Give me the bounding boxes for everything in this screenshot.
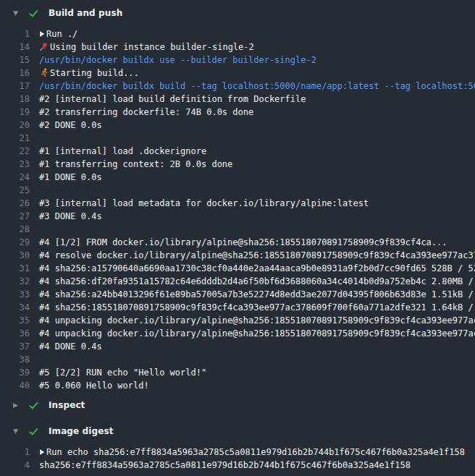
log-text-content: #5 [2/2] RUN echo "Hello world!" xyxy=(39,367,206,378)
line-number[interactable]: 32 xyxy=(0,275,30,288)
line-number[interactable]: 17 xyxy=(0,80,30,93)
line-number[interactable]: 38 xyxy=(0,353,30,366)
log-text: #1 [internal] load .dockerignore xyxy=(39,146,206,156)
line-number[interactable]: 4 xyxy=(0,459,30,472)
section-header-inspect[interactable]: ▶Inspect xyxy=(0,392,475,418)
log-text: Run ./ xyxy=(39,29,77,39)
line-number[interactable]: 34 xyxy=(0,301,30,314)
section-image-digest: ▼Image digest1Run echo sha256:e7ff8834a5… xyxy=(0,418,475,472)
log-text-content: Run ./ xyxy=(46,29,77,39)
success-check-icon xyxy=(28,426,39,437)
log-text: #2 DONE 0.0s xyxy=(39,120,102,130)
line-number[interactable]: 24 xyxy=(0,171,30,184)
chevron-down-icon[interactable]: ▼ xyxy=(13,428,21,435)
log-text-content: #3 [internal] load metadata for docker.i… xyxy=(39,198,369,208)
line-number[interactable]: 29 xyxy=(0,236,30,249)
log-text-command: /usr/bin/docker buildx use --builder bui… xyxy=(39,55,316,65)
log-line: 35#4 unpacking docker.io/library/alpine@… xyxy=(0,314,475,327)
log-text: #4 sha256:df20fa9351a15782c64e6dddb2d4a6… xyxy=(39,276,475,286)
log-text-content: #4 sha256:a15790640a6690aa1730c38cf0a440… xyxy=(39,263,475,273)
log-line: 18#2 [internal] load build definition fr… xyxy=(0,93,475,106)
log-text-content: #4 unpacking docker.io/library/alpine@sh… xyxy=(39,315,475,326)
log-text: sha256:e7ff8834a5963a2785c5a0811e979d16b… xyxy=(39,460,411,470)
log-text: #4 [1/2] FROM docker.io/library/alpine@s… xyxy=(39,237,447,247)
log-line: 19#2 transferring dockerfile: 74B 0.0s d… xyxy=(0,106,475,119)
log-lines-image-digest: 1Run echo sha256:e7ff8834a5963a2785c5a08… xyxy=(0,444,475,472)
log-line: 39#5 [2/2] RUN echo "Hello world!" xyxy=(0,366,475,379)
log-line: 28 xyxy=(0,223,475,236)
log-text: Starting build... xyxy=(39,68,139,78)
line-number[interactable]: 26 xyxy=(0,197,30,210)
line-number[interactable]: 1 xyxy=(0,27,30,41)
log-text: #4 sha256:a15790640a6690aa1730c38cf0a440… xyxy=(39,263,475,273)
log-line: 22#1 [internal] load .dockerignore xyxy=(0,145,475,158)
line-number[interactable]: 33 xyxy=(0,288,30,301)
log-text-content: /usr/bin/docker buildx build --tag local… xyxy=(39,81,475,91)
line-number[interactable]: 28 xyxy=(0,223,30,236)
run-toggle-icon[interactable] xyxy=(39,27,46,41)
line-number[interactable]: 40 xyxy=(0,379,30,392)
log-line: 30#4 resolve docker.io/library/alpine@sh… xyxy=(0,249,475,262)
line-number[interactable]: 23 xyxy=(0,158,30,171)
log-line: 29#4 [1/2] FROM docker.io/library/alpine… xyxy=(0,236,475,249)
log-text: #5 [2/2] RUN echo "Hello world!" xyxy=(39,367,206,378)
log-line: 40#5 0.060 Hello world! xyxy=(0,379,475,392)
log-text: #1 DONE 0.0s xyxy=(39,172,102,182)
section-title: Inspect xyxy=(49,400,85,410)
line-number[interactable]: 22 xyxy=(0,145,30,158)
line-number[interactable]: 16 xyxy=(0,67,30,80)
log-text-content: #1 [internal] load .dockerignore xyxy=(39,146,206,156)
log-line: 14Using builder instance builder-single-… xyxy=(0,41,475,54)
chevron-right-icon[interactable]: ▶ xyxy=(13,402,21,409)
section-header-build-and-push[interactable]: ▼Build and push xyxy=(0,0,475,26)
log-text-content: #2 transferring dockerfile: 74B 0.0s don… xyxy=(39,107,253,117)
log-line: 1Run echo sha256:e7ff8834a5963a2785c5a08… xyxy=(0,446,475,459)
workflow-log-viewer: ▼Build and push1Run ./14Using builder in… xyxy=(0,0,475,472)
line-number[interactable]: 1 xyxy=(0,446,30,459)
line-number[interactable]: 35 xyxy=(0,314,30,327)
line-number[interactable]: 18 xyxy=(0,93,30,106)
log-line: 4sha256:e7ff8834a5963a2785c5a0811e979d16… xyxy=(0,459,475,472)
log-line: 20#2 DONE 0.0s xyxy=(0,119,475,132)
log-text-content: #4 sha256:185518070891758909c9f839cf4ca3… xyxy=(39,302,475,313)
log-line: 34#4 sha256:185518070891758909c9f839cf4c… xyxy=(0,301,475,314)
line-number[interactable]: 37 xyxy=(0,340,30,353)
line-number[interactable]: 15 xyxy=(0,54,30,67)
pushpin-icon xyxy=(39,41,50,54)
line-number[interactable]: 36 xyxy=(0,327,30,340)
log-text-content: sha256:e7ff8834a5963a2785c5a0811e979d16b… xyxy=(39,460,411,470)
log-text-content: #4 [1/2] FROM docker.io/library/alpine@s… xyxy=(39,237,447,247)
log-text-content: #4 sha256:a24bb4013296f61e89ba57005a7b3e… xyxy=(39,289,475,299)
log-text-content: Using builder instance builder-single-2 xyxy=(50,42,254,52)
line-number[interactable]: 20 xyxy=(0,119,30,132)
log-text: #1 transferring context: 2B 0.0s done xyxy=(39,159,232,169)
log-lines-build-and-push: 1Run ./14Using builder instance builder-… xyxy=(0,26,475,392)
log-text: #4 DONE 0.4s xyxy=(39,341,102,352)
chevron-down-icon[interactable]: ▼ xyxy=(13,10,21,17)
line-number[interactable]: 25 xyxy=(0,184,30,197)
log-text: #3 DONE 0.4s xyxy=(39,211,102,221)
log-text-content: #2 [internal] load build definition from… xyxy=(39,94,306,104)
line-number[interactable]: 31 xyxy=(0,262,30,275)
line-number[interactable]: 27 xyxy=(0,210,30,223)
log-text: #5 0.060 Hello world! xyxy=(39,381,149,391)
log-text-content: #2 DONE 0.0s xyxy=(39,120,102,130)
line-number[interactable]: 14 xyxy=(0,41,30,54)
log-text-content: #1 DONE 0.0s xyxy=(39,172,102,182)
line-number[interactable]: 39 xyxy=(0,366,30,379)
log-text-content: #4 unpacking docker.io/library/alpine@sh… xyxy=(39,328,475,339)
log-text: #4 sha256:185518070891758909c9f839cf4ca3… xyxy=(39,302,475,313)
log-text-content: #3 DONE 0.4s xyxy=(39,211,102,221)
line-number[interactable]: 19 xyxy=(0,106,30,119)
section-header-image-digest[interactable]: ▼Image digest xyxy=(0,418,475,444)
log-text-content: Starting build... xyxy=(50,68,139,78)
run-toggle-icon[interactable] xyxy=(39,446,46,459)
log-line: 38 xyxy=(0,353,475,366)
log-line: 26#3 [internal] load metadata for docker… xyxy=(0,197,475,210)
log-text: Using builder instance builder-single-2 xyxy=(39,42,254,52)
line-number[interactable]: 21 xyxy=(0,132,30,145)
log-text-content: #1 transferring context: 2B 0.0s done xyxy=(39,159,232,169)
success-check-icon xyxy=(28,8,39,19)
section-build-and-push: ▼Build and push1Run ./14Using builder in… xyxy=(0,0,475,392)
line-number[interactable]: 30 xyxy=(0,249,30,262)
